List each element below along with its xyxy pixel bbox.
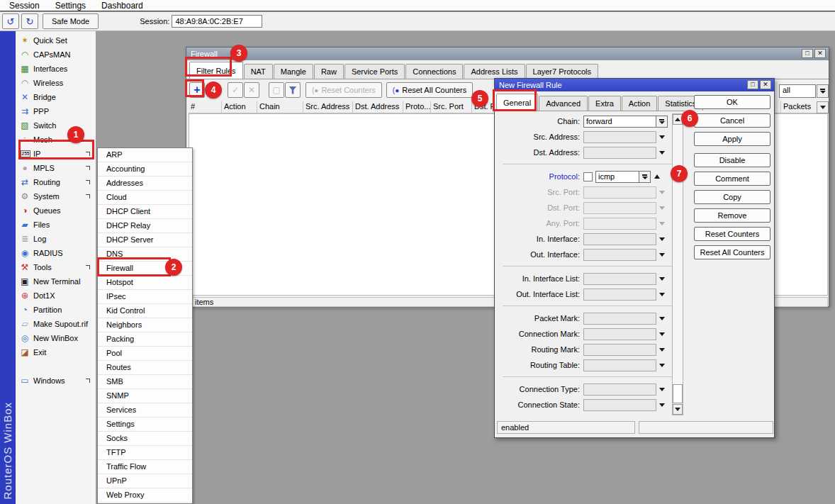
sidebar-item[interactable]: ▱ Make Supout.rif (16, 317, 96, 331)
firewall-titlebar[interactable]: Firewall □ ✕ (186, 47, 829, 60)
dropdown-icon[interactable] (656, 403, 668, 407)
submenu-item[interactable]: Cloud (98, 191, 192, 205)
scrollbar-thumb[interactable] (673, 384, 683, 403)
safe-mode-button[interactable]: Safe Mode (43, 13, 99, 29)
redo-button[interactable]: ↻ (21, 13, 38, 29)
submenu-item[interactable]: Packing (98, 332, 192, 347)
dialog-button[interactable]: Reset Counters (694, 227, 770, 241)
sidebar-item[interactable]: ▦ Interfaces (16, 62, 96, 76)
dropdown-icon[interactable] (656, 317, 668, 320)
dropdown-icon[interactable] (656, 348, 668, 352)
submenu-item[interactable]: DHCP Relay (98, 219, 192, 233)
column-header[interactable]: Src. Address (303, 101, 353, 113)
sidebar-item[interactable]: ⚒ Tools (16, 260, 96, 274)
field-input[interactable] (583, 233, 656, 245)
reset-counters-button[interactable]: (● Reset Counters (306, 82, 382, 98)
field-input[interactable] (583, 218, 656, 230)
submenu-item[interactable]: Traffic Flow (98, 460, 192, 474)
dropdown-icon[interactable] (656, 277, 668, 281)
submenu-item[interactable]: Web Proxy (98, 488, 192, 503)
submenu-item[interactable]: SMB (98, 375, 192, 389)
packets-dropdown-icon[interactable] (817, 101, 829, 113)
sidebar-item[interactable]: ◪ Exit (16, 345, 96, 359)
close-button[interactable]: ✕ (760, 80, 771, 89)
dialog-button[interactable]: Disable (694, 153, 770, 167)
submenu-item[interactable]: Neighbors (98, 318, 192, 332)
field-input[interactable] (583, 289, 656, 301)
reset-all-counters-button[interactable]: (● Reset All Counters (386, 82, 473, 98)
submenu-item[interactable]: TFTP (98, 446, 192, 460)
submenu-item[interactable]: Kid Control (98, 304, 192, 318)
dialog-button[interactable]: Apply (694, 132, 770, 146)
collapse-section-icon[interactable] (654, 174, 660, 179)
sidebar-item[interactable]: ◎ New WinBox (16, 331, 96, 345)
dialog-button[interactable]: Copy (694, 190, 770, 204)
submenu-item[interactable]: Socks (98, 432, 192, 446)
sidebar-item[interactable]: ✶ Quick Set (16, 33, 96, 47)
firewall-tab[interactable]: Connections (405, 64, 463, 79)
protocol-checkbox[interactable] (583, 172, 593, 181)
sidebar-item[interactable]: ▰ Files (16, 218, 96, 232)
field-input[interactable] (583, 399, 656, 411)
field-input[interactable] (583, 328, 656, 340)
sidebar-item[interactable]: ▭ Windows (16, 374, 96, 388)
field-input[interactable]: icmp (595, 171, 639, 183)
submenu-item[interactable]: Pool (98, 347, 192, 361)
field-input[interactable] (583, 273, 656, 285)
dropdown-icon[interactable] (656, 332, 668, 336)
copy-card-button[interactable]: ▢ (269, 82, 284, 98)
dialog-button[interactable]: OK (694, 95, 770, 109)
sidebar-item[interactable]: ◠ Wireless (16, 76, 96, 90)
submenu-item[interactable]: SNMP (98, 389, 192, 403)
field-input[interactable] (583, 313, 656, 325)
field-input[interactable] (583, 344, 656, 356)
firewall-tab[interactable]: Raw (314, 64, 344, 79)
firewall-tab[interactable]: Layer7 Protocols (526, 64, 599, 79)
undo-button[interactable]: ↺ (2, 13, 19, 29)
fields-scrollbar[interactable] (672, 113, 683, 415)
firewall-tab[interactable]: Service Ports (344, 64, 405, 79)
dropdown-icon[interactable] (656, 222, 668, 225)
column-header[interactable]: Proto... (403, 101, 431, 113)
field-input[interactable]: forward (583, 116, 656, 128)
combo-dropdown-icon[interactable] (639, 171, 651, 183)
dialog-button[interactable]: Reset All Counters (694, 245, 770, 259)
maximize-button[interactable]: □ (747, 80, 758, 89)
enable-button[interactable]: ✓ (228, 82, 243, 98)
sidebar-item[interactable]: ▣ New Terminal (16, 274, 96, 289)
dialog-titlebar[interactable]: New Firewall Rule □ ✕ (495, 79, 774, 91)
session-value-field[interactable]: 48:A9:8A:0C:2B:E7 (172, 15, 262, 28)
column-header[interactable]: Src. Port (431, 101, 472, 113)
menubar-item[interactable]: Settings (47, 1, 94, 11)
sidebar-item[interactable]: ◠ CAPsMAN (16, 47, 96, 62)
sidebar-item[interactable]: ✕ Bridge (16, 90, 96, 104)
field-input[interactable] (583, 186, 656, 198)
sidebar-item[interactable]: ◉ RADIUS (16, 246, 96, 260)
column-header[interactable]: # (189, 101, 222, 113)
menubar-item[interactable]: Session (1, 1, 47, 11)
sidebar-item[interactable]: ≣ Log (16, 232, 96, 246)
scroll-down-icon[interactable] (673, 404, 683, 415)
quick-filter-input[interactable]: all (779, 84, 816, 98)
sidebar-item[interactable]: ◑ Queues (16, 203, 96, 218)
field-input[interactable] (583, 249, 656, 261)
sidebar-item[interactable]: ⊕ Dot1X (16, 289, 96, 303)
dropdown-icon[interactable] (656, 293, 668, 296)
dropdown-icon[interactable] (656, 191, 668, 194)
quick-filter-dropdown-icon[interactable] (817, 84, 829, 98)
dropdown-icon[interactable] (656, 388, 668, 391)
submenu-item[interactable]: Addresses (98, 177, 192, 191)
dropdown-icon[interactable] (656, 253, 668, 257)
column-header[interactable]: Dst. Address (353, 101, 403, 113)
dropdown-icon[interactable] (656, 206, 668, 210)
submenu-item[interactable]: Settings (98, 418, 192, 432)
firewall-tab[interactable]: NAT (244, 64, 273, 79)
filter-button[interactable] (285, 82, 301, 98)
submenu-item[interactable]: ARP (98, 148, 192, 162)
submenu-item[interactable]: Accounting (98, 162, 192, 177)
dialog-tab[interactable]: Action (622, 96, 658, 111)
submenu-item[interactable]: IPsec (98, 290, 192, 304)
sidebar-item[interactable]: ⇉ PPP (16, 104, 96, 118)
menubar-item[interactable]: Dashboard (94, 1, 151, 11)
sidebar-item[interactable]: ⚙ System (16, 189, 96, 203)
